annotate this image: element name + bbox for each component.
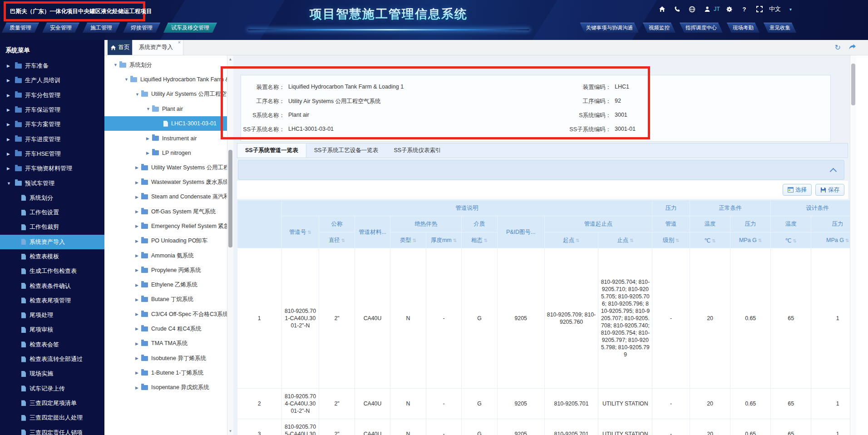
sidebar-item-bygl[interactable]: ▶开车保运管理 xyxy=(0,103,104,117)
chevron-right-icon[interactable]: ▶ xyxy=(135,224,141,228)
tree-node-lhc[interactable]: ▼Liquified Hydrocarbon Tank Farm & xyxy=(104,72,227,87)
sidebar-item-gzbsz[interactable]: 工作包设置 xyxy=(0,205,104,220)
tree-node-utility-water[interactable]: ▶Utility Water Systems 公用工程水 xyxy=(104,160,227,175)
nav-tab-welding[interactable]: 焊接管理 xyxy=(123,23,160,33)
tree-node-ethylene[interactable]: ▶Ethylene 乙烯系统 xyxy=(104,277,227,292)
sort-icon[interactable]: ⇅ xyxy=(307,230,311,235)
filter-collapse-panel[interactable] xyxy=(238,160,844,180)
tree-node-utility-air[interactable]: ▼Utility Air Systems 公用工程空气 xyxy=(104,87,227,102)
sidebar-item-ysc[interactable]: ▼预试车管理 xyxy=(0,176,104,190)
sidebar-item-xthf[interactable]: 系统划分 xyxy=(0,191,104,205)
sidebar-item-jcbhq[interactable]: 检查表会签 xyxy=(0,337,104,352)
sort-icon[interactable]: ⇅ xyxy=(845,238,849,243)
help-icon[interactable]: ? xyxy=(737,4,752,14)
tree-node-1-butene[interactable]: ▶1-Butene 1-丁烯系统 xyxy=(104,366,227,380)
chevron-right-icon[interactable]: ▶ xyxy=(135,180,141,185)
nav-tab-safety[interactable]: 安全管理 xyxy=(42,23,79,33)
tree-node-isopentane[interactable]: ▶Isopentane 异戊烷系统 xyxy=(104,381,227,395)
sidebar-item-wxsh[interactable]: 尾项审核 xyxy=(0,322,104,337)
subtab-instrument-index[interactable]: SS子系统仪表索引 xyxy=(386,143,449,158)
table-row[interactable]: 1 810-9205.701-CA40U.3001-2"-N 2" CA40U … xyxy=(237,248,850,389)
forward-arrow-icon[interactable] xyxy=(848,44,856,52)
refresh-icon[interactable]: ↻ xyxy=(835,43,841,52)
settings-gear-icon[interactable] xyxy=(722,4,737,14)
language-selector[interactable]: 中文 xyxy=(767,4,783,14)
sidebar-item-jcblz[interactable]: 检查表流转全部通过 xyxy=(0,352,104,366)
col-header-phase[interactable]: 相态⇅ xyxy=(462,232,497,248)
sidebar-item-fbgl[interactable]: ▶开车分包管理 xyxy=(0,88,104,103)
chevron-right-icon[interactable]: ▶ xyxy=(146,151,152,155)
sidebar-item-scpx[interactable]: ▶生产人员培训 xyxy=(0,73,104,88)
chevron-up-icon[interactable] xyxy=(830,168,837,175)
main-scrollbar[interactable] xyxy=(850,55,856,435)
chevron-right-icon[interactable]: ▶ xyxy=(135,239,141,243)
chevron-right-icon[interactable]: ▶ xyxy=(135,283,141,287)
sidebar-item-jcbtjqr[interactable]: 检查表条件确认 xyxy=(0,278,104,293)
scroll-up-icon[interactable]: ▲ xyxy=(227,57,233,61)
nav-tab-quality[interactable]: 质量管理 xyxy=(2,23,39,33)
sort-icon[interactable]: ⇅ xyxy=(712,238,715,243)
tree-node-plant-air[interactable]: ▼Plant air xyxy=(104,102,227,116)
tree-node-instrument-air[interactable]: ▶Instrument air xyxy=(104,131,227,145)
sort-icon[interactable]: ⇅ xyxy=(630,238,633,243)
chevron-down-icon[interactable]: ▼ xyxy=(124,77,130,82)
chevron-right-icon[interactable]: ▶ xyxy=(135,356,141,361)
chevron-right-icon[interactable]: ▶ xyxy=(135,195,141,199)
sidebar-item-scsdtcr[interactable]: 三查四定提出人处理 xyxy=(0,410,104,425)
user-badge[interactable]: JT xyxy=(712,4,722,14)
home-icon[interactable] xyxy=(655,4,670,14)
tree-scrollbar[interactable]: ▲ ▼ xyxy=(227,55,233,435)
sort-icon[interactable]: ⇅ xyxy=(453,238,457,243)
col-header-start[interactable]: 起点⇅ xyxy=(544,232,598,248)
col-header-end[interactable]: 止点⇅ xyxy=(598,232,652,248)
sidebar-item-gzbcj[interactable]: 工作包裁剪 xyxy=(0,220,104,234)
col-header-pipe-no[interactable]: 管道号⇅ xyxy=(281,216,319,248)
tab-system-asset-import-active[interactable]: 系统资产导入 × xyxy=(132,40,183,55)
sidebar-item-scgzbjcb[interactable]: 生成工作包检查表 xyxy=(0,264,104,278)
col-header-celsius[interactable]: ℃⇅ xyxy=(690,232,730,248)
sidebar-item-jcbwxgl[interactable]: 检查表尾项管理 xyxy=(0,293,104,308)
col-header-mpag2[interactable]: MPa G⇅ xyxy=(811,232,850,248)
nav-tab-feedback[interactable]: 意见收集 xyxy=(764,23,796,33)
sidebar-item-scsdwxqd[interactable]: 三查四定尾项清单 xyxy=(0,396,104,410)
nav-tab-attendance[interactable]: 现场考勤 xyxy=(727,23,760,33)
scroll-down-icon[interactable]: ▼ xyxy=(227,429,233,433)
tree-node-off-gas[interactable]: ▶Off-Gas System 尾气系统 xyxy=(104,204,227,219)
chevron-right-icon[interactable]: ▶ xyxy=(135,371,141,375)
tree-node-butane[interactable]: ▶Butane 丁烷系统 xyxy=(104,292,227,307)
sort-icon[interactable]: ⇅ xyxy=(484,238,488,243)
table-row[interactable]: 3 810-9205.705-CA40U.3001-2"-N 2" CA40U … xyxy=(237,419,850,435)
tree-node-emergency-relief[interactable]: ▶Emergency Relief System 紧急放 xyxy=(104,219,227,233)
tree-node-lhc1-3001-03-01-selected[interactable]: LHC1-3001-03-01 xyxy=(104,116,227,131)
sort-icon[interactable]: ⇅ xyxy=(758,238,762,243)
chevron-down-icon[interactable]: ▼ xyxy=(135,92,141,97)
col-header-ins-type[interactable]: 类型⇅ xyxy=(390,232,426,248)
tree-node-wastewater[interactable]: ▶Wastewater Systems 废水系统 xyxy=(104,175,227,189)
sidebar-item-wxcl[interactable]: 尾项处理 xyxy=(0,308,104,322)
tree-node-ammonia[interactable]: ▶Ammonia 氨系统 xyxy=(104,248,227,263)
chevron-right-icon[interactable]: ▶ xyxy=(135,297,141,302)
chevron-right-icon[interactable]: ▶ xyxy=(135,386,141,390)
close-icon[interactable]: × xyxy=(178,40,181,45)
sidebar-item-wzcl[interactable]: ▶开车物资材料管理 xyxy=(0,161,104,176)
chevron-right-icon[interactable]: ▶ xyxy=(135,268,141,272)
fullscreen-icon[interactable] xyxy=(752,4,767,14)
scrollbar-thumb[interactable] xyxy=(228,150,232,247)
tree-node-root[interactable]: ▼系统划分 xyxy=(104,58,227,72)
nav-tab-commissioning-active[interactable]: 试车及移交管理 xyxy=(163,23,217,33)
chevron-right-icon[interactable]: ▶ xyxy=(135,341,141,346)
nav-tab-command-center[interactable]: 指挥调度中心 xyxy=(680,23,723,33)
phone-icon[interactable] xyxy=(670,4,685,14)
chevron-right-icon[interactable]: ▶ xyxy=(135,253,141,258)
sidebar-item-xcss[interactable]: 现场实施 xyxy=(0,366,104,381)
sort-icon[interactable]: ⇅ xyxy=(576,238,579,243)
chevron-down-icon[interactable]: ▼ xyxy=(113,63,119,67)
chevron-right-icon[interactable]: ▶ xyxy=(135,312,141,316)
sidebar-item-hse[interactable]: ▶开车HSE管理 xyxy=(0,147,104,161)
globe-icon[interactable] xyxy=(685,4,700,14)
save-button[interactable]: 保存 xyxy=(815,184,844,196)
tree-node-c3c4-offspec[interactable]: ▶C3/C4 Off-Spec 不合格C3系统 xyxy=(104,307,227,321)
sidebar-item-qczb[interactable]: ▶开车准备 xyxy=(0,59,104,73)
chevron-right-icon[interactable]: ▶ xyxy=(135,165,141,170)
sort-icon[interactable]: ⇅ xyxy=(413,238,416,243)
